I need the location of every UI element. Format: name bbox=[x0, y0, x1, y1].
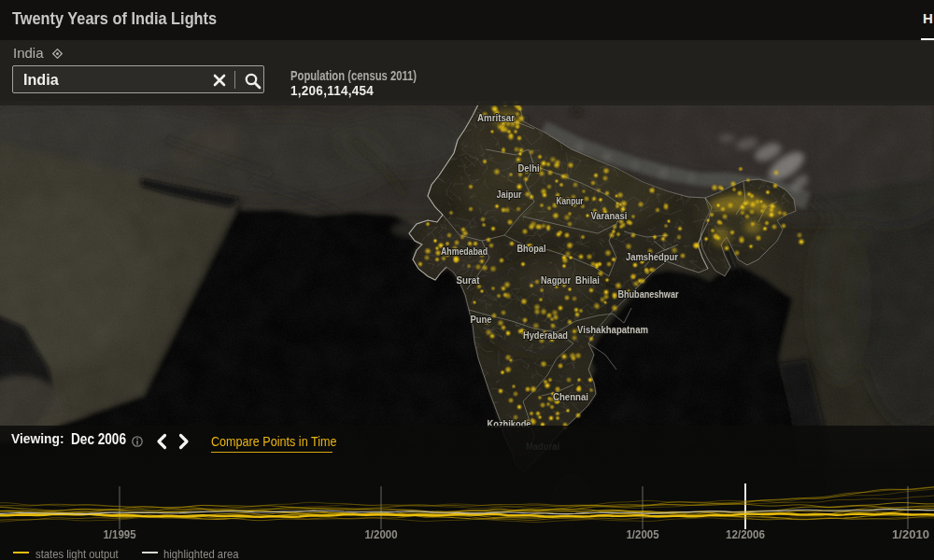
svg-text:Nagpur: Nagpur bbox=[541, 274, 572, 286]
svg-text:1/1995: 1/1995 bbox=[104, 527, 136, 541]
svg-text:Surat: Surat bbox=[457, 274, 480, 286]
svg-text:Bhopal: Bhopal bbox=[517, 243, 546, 254]
svg-text:1/2000: 1/2000 bbox=[365, 527, 398, 541]
svg-text:Jaipur: Jaipur bbox=[497, 189, 523, 200]
svg-text:Ahmedabad: Ahmedabad bbox=[441, 245, 488, 257]
svg-text:Jamshedpur: Jamshedpur bbox=[626, 251, 679, 262]
svg-text:Chennai: Chennai bbox=[553, 391, 588, 402]
svg-text:12/2006: 12/2006 bbox=[726, 527, 765, 541]
svg-text:Bhubaneshwar: Bhubaneshwar bbox=[618, 288, 680, 300]
svg-text:Bhilai: Bhilai bbox=[575, 274, 600, 286]
svg-text:Vishakhapatnam: Vishakhapatnam bbox=[577, 324, 648, 335]
svg-text:Amritsar: Amritsar bbox=[477, 112, 516, 123]
svg-text:Delhi: Delhi bbox=[518, 162, 540, 174]
svg-text:Varanasi: Varanasi bbox=[591, 210, 628, 221]
svg-text:Hyderabad: Hyderabad bbox=[523, 329, 568, 341]
svg-text:1/2010: 1/2010 bbox=[892, 527, 929, 541]
svg-text:Kanpur: Kanpur bbox=[557, 195, 585, 206]
svg-text:1/2005: 1/2005 bbox=[627, 527, 659, 541]
svg-text:Pune: Pune bbox=[471, 314, 492, 325]
